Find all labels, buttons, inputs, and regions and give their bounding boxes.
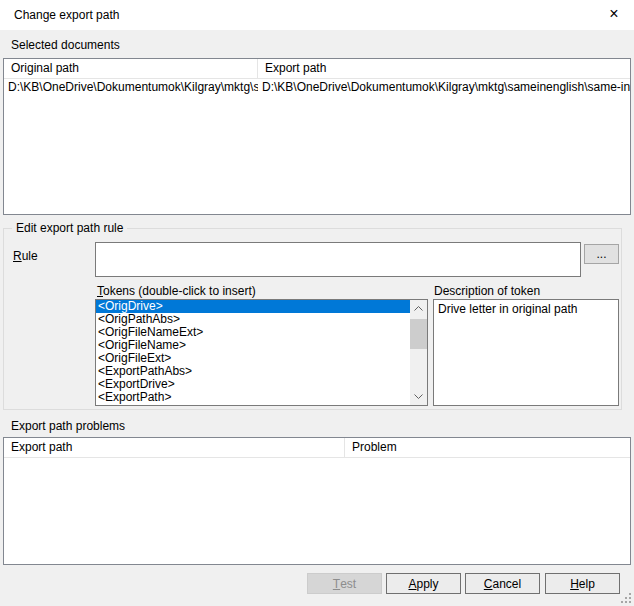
rule-label: Rule [13, 249, 38, 263]
selected-documents-table: Original path Export path D:\KB\OneDrive… [3, 58, 631, 215]
resize-grip-icon[interactable] [620, 592, 631, 603]
cell-export-path: D:\KB\OneDrive\Dokumentumok\Kilgray\mktg… [258, 79, 630, 96]
export-path-problems-label: Export path problems [11, 419, 125, 433]
close-icon: × [609, 6, 618, 22]
export-path-problems-table: Export path Problem [3, 437, 631, 565]
edit-export-path-rule-group: Edit export path rule Rule ... Tokens (d… [3, 228, 622, 410]
tokens-label: Tokens (double-click to insert) [97, 284, 256, 298]
test-button: Test [307, 573, 382, 594]
group-label: Edit export path rule [12, 221, 127, 235]
window-title: Change export path [14, 8, 119, 22]
tokens-listbox: <OrigDrive> <OrigPathAbs> <OrigFileNameE… [95, 299, 428, 406]
column-header-original-path[interactable]: Original path [4, 59, 258, 78]
scroll-down-icon[interactable] [410, 388, 427, 405]
scroll-up-icon[interactable] [410, 300, 427, 317]
apply-button[interactable]: Apply [386, 573, 461, 594]
column-header-export-path[interactable]: Export path [4, 438, 345, 457]
table-row[interactable]: D:\KB\OneDrive\Dokumentumok\Kilgray\mktg… [4, 79, 630, 96]
titlebar: Change export path × [0, 0, 634, 30]
close-button[interactable]: × [600, 2, 628, 26]
cancel-button[interactable]: Cancel [465, 573, 540, 594]
column-header-problem[interactable]: Problem [345, 438, 630, 457]
tokens-scrollbar[interactable] [410, 300, 427, 405]
rule-input[interactable] [95, 242, 581, 277]
token-item[interactable]: <ExportPath> [96, 391, 410, 404]
problems-header: Export path Problem [4, 438, 630, 458]
help-button[interactable]: Help [545, 573, 620, 594]
browse-button[interactable]: ... [584, 244, 619, 264]
column-header-export-path[interactable]: Export path [258, 59, 630, 78]
cell-original-path: D:\KB\OneDrive\Dokumentumok\Kilgray\mktg… [4, 79, 258, 96]
token-description-box: Drive letter in original path [433, 299, 619, 406]
selected-documents-label: Selected documents [11, 38, 120, 52]
scrollbar-thumb[interactable] [410, 319, 427, 349]
tokens-items: <OrigDrive> <OrigPathAbs> <OrigFileNameE… [96, 300, 410, 405]
selected-documents-header: Original path Export path [4, 59, 630, 79]
token-description-label: Description of token [434, 284, 540, 298]
